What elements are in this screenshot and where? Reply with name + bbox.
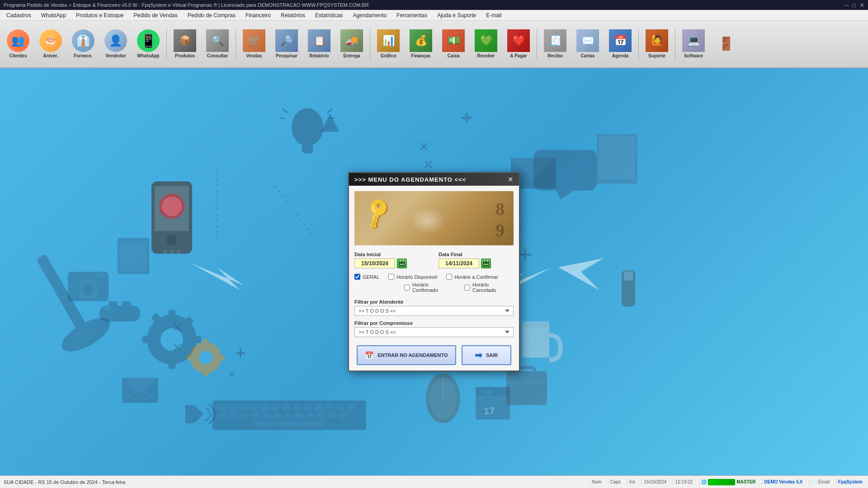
menu-produtos-estoque[interactable]: Produtos e Estoque	[71, 11, 128, 19]
svg-point-18	[166, 235, 177, 246]
toolbar-btn-relatorio[interactable]: 📋 Relatório	[304, 24, 335, 65]
toolbar-btn-fornece[interactable]: 👔 Fornece.	[68, 24, 99, 65]
modal-header: >>> MENU DO AGENDAMENTO <<< ✕	[349, 173, 519, 186]
toolbar-btn-software[interactable]: 💻 Software	[678, 24, 709, 65]
svg-rect-14	[187, 356, 195, 360]
menu-ferramentas[interactable]: Ferramentas	[392, 11, 432, 19]
toolbar-btn-financas[interactable]: 💰 Finanças	[406, 24, 436, 65]
filtrar-atendente-section: Filtrar por Atendente >> T O D O S <<	[354, 299, 514, 316]
data-final-label: Data Final	[439, 252, 514, 257]
toolbar-btn-vendedor[interactable]: 👤 Vendedor	[100, 24, 131, 65]
toolbar-btn-clientes[interactable]: 👥 Clientes	[3, 24, 33, 65]
checkbox-horario-confirmado-input[interactable]	[404, 285, 410, 291]
fornece-icon: 👔	[72, 29, 94, 52]
svg-rect-65	[228, 404, 236, 411]
brand-label: FpqSystem	[838, 479, 863, 484]
menu-estatisticas[interactable]: Estatísticas	[311, 11, 347, 19]
status-caps: Caps	[608, 479, 623, 484]
checkbox-horario-confirmar-input[interactable]	[446, 274, 452, 280]
toolbar-btn-grafico[interactable]: 📊 Gráfico	[373, 24, 404, 65]
filtrar-compromisso-section: Filtrar por Compromisso >> T O D O S <<	[354, 320, 514, 337]
svg-text:17: 17	[484, 405, 495, 417]
svg-rect-135	[487, 260, 488, 262]
toolbar-btn-pesquisar[interactable]: 🔎 Pesquisar	[271, 24, 302, 65]
exit-icon: 🚪	[715, 32, 737, 55]
clientes-label: Clientes	[9, 53, 27, 59]
maximize-btn[interactable]: □	[852, 2, 856, 9]
toolbar-btn-produtos[interactable]: 📦 Produtos	[170, 24, 200, 65]
toolbar-btn-vendas[interactable]: 🛒 Vendas	[239, 24, 269, 65]
menu-pedido-compras[interactable]: Pedido de Compras	[183, 11, 240, 19]
sair-label: SAIR	[486, 352, 498, 358]
modal-body: 🔑 89 Data Inicial	[349, 186, 519, 371]
data-final-input[interactable]	[439, 258, 479, 268]
svg-rect-91	[624, 272, 633, 281]
svg-rect-104	[523, 323, 548, 327]
svg-rect-73	[315, 404, 323, 411]
toolbar-btn-suporte[interactable]: 🙋 Suporte	[642, 24, 672, 65]
separator-2	[236, 28, 236, 60]
minimize-btn[interactable]: ─	[844, 2, 849, 9]
checkbox-section: GERAL Horário Disponivel Horário a Confi…	[354, 274, 514, 293]
software-icon: 💻	[682, 29, 705, 52]
svg-rect-35	[599, 136, 635, 179]
toolbar-btn-exit[interactable]: 🚪	[711, 24, 741, 65]
svg-marker-122	[460, 112, 473, 124]
data-final-group: Data Final	[439, 252, 514, 268]
toolbar-btn-aniver[interactable]: 🎂 Aniver.	[35, 24, 66, 65]
toolbar-btn-whatsapp[interactable]: 📱 WhatsApp	[133, 24, 164, 65]
menu-cadastros[interactable]: Cadastros	[2, 11, 36, 19]
status-master: MASTER	[736, 479, 755, 484]
filtrar-compromisso-select[interactable]: >> T O D O S <<	[354, 327, 514, 337]
enter-agendamento-btn[interactable]: 📅 ENTRAR NO AGENDAMENTO	[357, 345, 456, 365]
checkbox-row-2: Horário Confirmado Horário Cancelado	[354, 282, 514, 293]
light-spot	[410, 207, 446, 235]
data-final-cal-btn[interactable]	[481, 258, 491, 268]
sair-btn[interactable]: ➡ SAIR	[462, 345, 511, 365]
menu-financeiro[interactable]: Financeiro	[241, 11, 275, 19]
filtrar-atendente-select[interactable]: >> T O D O S <<	[354, 306, 514, 316]
checkbox-horario-confirmar-label: Horário a Confirmar	[454, 274, 498, 280]
checkbox-geral[interactable]: GERAL	[354, 274, 379, 280]
svg-rect-77	[219, 413, 227, 419]
toolbar-btn-agenda[interactable]: 📅 Agenda	[605, 24, 636, 65]
produtos-icon: 📦	[174, 29, 196, 52]
menu-email[interactable]: E-mail	[481, 11, 506, 19]
data-inicial-wrap	[354, 258, 429, 268]
checkbox-horario-confirmar[interactable]: Horário a Confirmar	[446, 274, 498, 280]
checkbox-horario-confirmado[interactable]: Horário Confirmado	[404, 282, 455, 293]
email-icon: ✉️	[811, 479, 816, 484]
caixa-icon: 💵	[442, 29, 465, 52]
svg-rect-85	[306, 413, 314, 419]
toolbar-btn-cartas[interactable]: ✉️ Cartas	[572, 24, 603, 65]
toolbar-btn-receber[interactable]: 💚 Receber	[471, 24, 501, 65]
toolbar-btn-consultar[interactable]: 🔍 Consultar	[202, 24, 233, 65]
menu-ajuda-suporte[interactable]: Ajuda e Suporte	[433, 11, 481, 19]
checkbox-geral-input[interactable]	[354, 274, 360, 280]
toolbar-btn-recibo[interactable]: 🧾 Recibo	[540, 24, 571, 65]
toolbar-btn-entrega[interactable]: 🚚 Entrega	[336, 24, 367, 65]
data-inicial-label: Data Inicial	[354, 252, 429, 257]
checkbox-horario-cancelado-input[interactable]	[464, 285, 470, 291]
menu-relatorios[interactable]: Relatórios	[276, 11, 310, 19]
vendedor-icon: 👤	[104, 29, 127, 52]
menu-pedido-vendas[interactable]: Pedido de Vendas	[129, 11, 182, 19]
checkbox-horario-disponivel[interactable]: Horário Disponivel	[388, 274, 437, 280]
titlebar-controls[interactable]: ─ □ ✕	[844, 2, 864, 9]
data-inicial-input[interactable]	[354, 258, 395, 268]
menu-agendamento[interactable]: Agendamento	[348, 11, 391, 19]
checkbox-horario-disponivel-input[interactable]	[388, 274, 394, 280]
toolbar-btn-caixa[interactable]: 💵 Caixa	[438, 24, 469, 65]
close-btn[interactable]: ✕	[859, 2, 864, 9]
checkbox-horario-cancelado[interactable]: Horário Cancelado	[464, 282, 514, 293]
toolbar-btn-apagar[interactable]: ❤️ A Pagar	[503, 24, 534, 65]
svg-rect-69	[271, 404, 279, 411]
connection-icon: 🌐	[701, 479, 707, 484]
cartas-label: Cartas	[580, 53, 594, 59]
svg-rect-130	[401, 264, 402, 265]
menu-whatsapp[interactable]: WhatsApp	[37, 11, 71, 19]
data-inicial-cal-btn[interactable]	[397, 258, 407, 268]
svg-rect-131	[403, 264, 404, 265]
whatsapp-icon: 📱	[137, 29, 160, 52]
modal-close-btn[interactable]: ✕	[508, 176, 514, 183]
